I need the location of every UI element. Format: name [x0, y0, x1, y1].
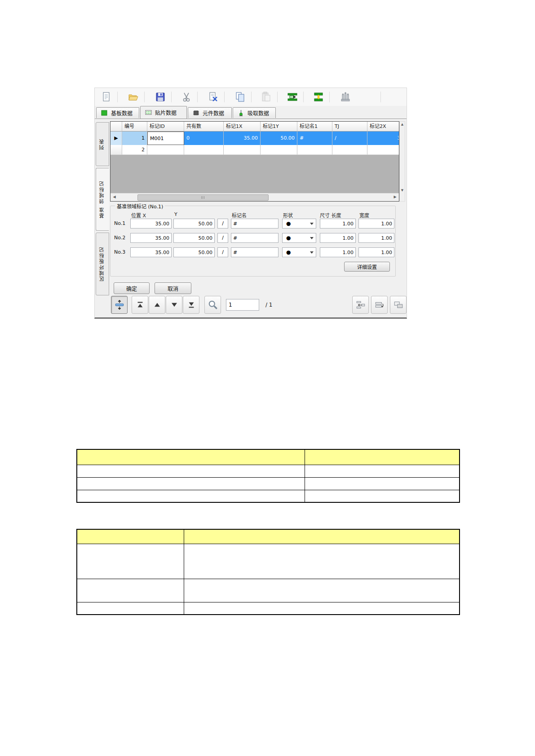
toolbar-separator — [171, 92, 172, 102]
mark-name-input[interactable] — [231, 219, 279, 229]
col-header[interactable]: 标记1X — [224, 122, 261, 132]
col-header[interactable]: 标记ID — [147, 122, 184, 132]
cell-number[interactable]: 1 — [122, 132, 147, 145]
tab-pickup-data[interactable]: 吸取数据 — [233, 107, 276, 118]
first-row-button[interactable] — [132, 296, 148, 314]
col-header[interactable]: 标记名1 — [297, 122, 332, 132]
x-input[interactable] — [130, 247, 172, 257]
label-size-length: 尺寸 长度 — [320, 211, 341, 219]
mark-name-input[interactable] — [231, 247, 279, 257]
table-row — [77, 544, 460, 579]
shape-select[interactable]: ● — [282, 247, 316, 257]
toolbar-separator — [303, 92, 304, 102]
cell-tj[interactable] — [332, 145, 367, 155]
grid-header-row: 编号 标记ID 共有数 标记1X 标记1Y 标记名1 TJ 标记2X 标记 — [111, 122, 399, 132]
cancel-button[interactable]: 取消 — [155, 282, 191, 294]
last-row-button[interactable] — [183, 296, 199, 314]
grid-row-empty[interactable]: 2 — [111, 145, 399, 155]
board-width-button[interactable] — [312, 91, 325, 103]
cell-mark-id[interactable]: M001 — [147, 132, 184, 145]
width-input[interactable] — [358, 219, 394, 229]
cell-share-count[interactable]: 0 — [184, 132, 224, 145]
col-header[interactable]: 编号 — [122, 122, 147, 132]
side-tab-badboard-mark[interactable]: 区域坏板标记 — [96, 233, 109, 295]
x-input[interactable] — [130, 219, 172, 229]
new-file-button[interactable] — [100, 91, 113, 103]
slash-button[interactable]: / — [217, 219, 228, 229]
search-button[interactable] — [204, 296, 221, 314]
grid-vertical-scrollbar[interactable]: ▲ ▼ — [399, 121, 405, 202]
feeder-setup-button[interactable] — [339, 91, 352, 103]
col-header[interactable]: 标记1Y — [261, 122, 297, 132]
save-icon — [155, 91, 166, 103]
chevron-down-icon — [310, 251, 314, 254]
copy-button[interactable] — [234, 91, 247, 103]
scroll-down-icon[interactable]: ▼ — [400, 188, 405, 193]
previous-row-button[interactable] — [149, 296, 165, 314]
tab-component-data[interactable]: 元件数据 — [188, 107, 232, 118]
row-height-button[interactable] — [111, 296, 128, 314]
shape-value: ● — [286, 249, 291, 255]
cell-markname1[interactable]: # — [297, 132, 332, 145]
cell-mark1y[interactable] — [261, 145, 297, 155]
scrollbar-thumb[interactable] — [137, 194, 269, 201]
side-tab-list[interactable]: 列表 — [96, 122, 109, 166]
side-tab-fiducial-mark[interactable]: 基准 领域标记 — [96, 168, 109, 231]
cell-mark1x[interactable] — [224, 145, 261, 155]
toolbar-separator — [224, 92, 225, 102]
length-input[interactable] — [320, 233, 356, 243]
slash-button[interactable]: / — [217, 233, 228, 243]
save-button[interactable] — [154, 91, 167, 103]
cell-mark2x[interactable] — [367, 145, 399, 155]
col-header[interactable]: 共有数 — [184, 122, 224, 132]
cell-mark1x[interactable]: 35.00 — [224, 132, 261, 145]
document-page: { "app": { "toolbar_icons": [ {"name": "… — [0, 0, 535, 756]
table-cell — [305, 490, 460, 502]
length-input[interactable] — [320, 247, 356, 257]
col-header[interactable]: 标记2X — [367, 122, 399, 132]
cell-mark2x[interactable]: 35.00 — [367, 132, 399, 145]
scroll-left-icon[interactable]: ◀ — [111, 193, 118, 201]
insert-row-button[interactable] — [352, 296, 369, 314]
duplicate-row-button[interactable] — [390, 296, 407, 314]
cell-mark-id[interactable] — [147, 145, 184, 155]
grid-row-selected[interactable]: ▶ 1 M001 0 35.00 50.00 # / 35.00 — [111, 132, 399, 145]
y-input[interactable] — [173, 233, 215, 243]
header-cell — [184, 529, 460, 544]
scroll-up-icon[interactable]: ▲ — [400, 122, 405, 127]
header-cell — [77, 529, 184, 544]
grid-horizontal-scrollbar[interactable]: ◀ ▶ — [111, 193, 399, 201]
width-input[interactable] — [358, 233, 394, 243]
toolbar-separator — [197, 92, 198, 102]
cell-share-count[interactable] — [184, 145, 224, 155]
ok-button[interactable]: 确定 — [114, 282, 150, 294]
y-input[interactable] — [173, 247, 215, 257]
detail-settings-button[interactable]: 详细设置 — [344, 262, 390, 272]
shape-select[interactable]: ● — [282, 233, 316, 243]
open-file-button[interactable] — [127, 91, 140, 103]
next-row-button[interactable] — [166, 296, 182, 314]
page-number-input[interactable] — [226, 299, 259, 311]
col-header[interactable]: TJ — [332, 122, 367, 132]
toolbar-separator — [251, 92, 252, 102]
slash-button[interactable]: / — [217, 247, 228, 257]
board-transfer-button[interactable] — [286, 91, 299, 103]
x-input[interactable] — [130, 233, 172, 243]
tab-content-border — [95, 119, 407, 119]
tab-smt-data[interactable]: 贴片数据 — [140, 106, 187, 119]
cut-button[interactable] — [180, 91, 193, 103]
cell-markname1[interactable] — [297, 145, 332, 155]
mark-name-input[interactable] — [231, 233, 279, 243]
cell-mark1y[interactable]: 50.00 — [261, 132, 297, 145]
delete-row-button[interactable] — [207, 91, 220, 103]
tab-board-data[interactable]: 基板数据 — [96, 107, 139, 118]
cell-number[interactable]: 2 — [122, 145, 147, 155]
y-input[interactable] — [173, 219, 215, 229]
move-row-button[interactable] — [371, 296, 388, 314]
cell-tj[interactable]: / — [332, 132, 367, 145]
mark-row-no3: No.3 / ● — [111, 247, 395, 258]
shape-select[interactable]: ● — [282, 219, 316, 229]
width-input[interactable] — [358, 247, 394, 257]
length-input[interactable] — [320, 219, 356, 229]
scroll-right-icon[interactable]: ▶ — [391, 193, 399, 201]
